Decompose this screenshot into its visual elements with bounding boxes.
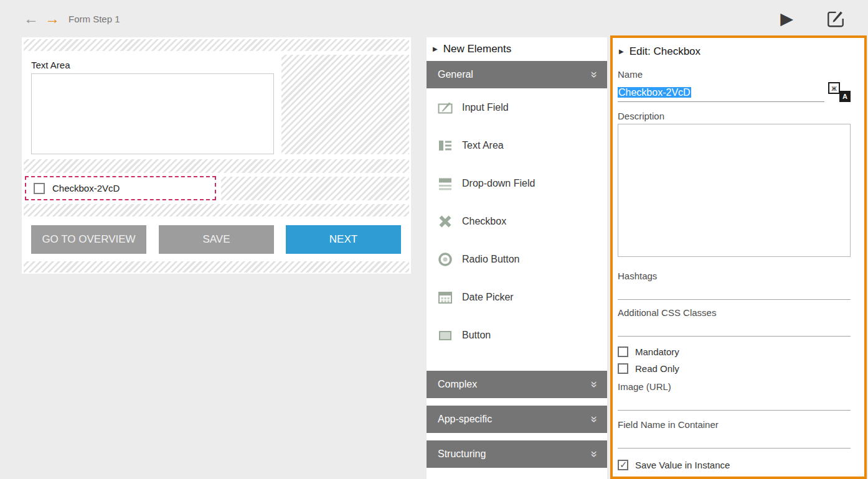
- hashtags-label: Hashtags: [618, 271, 851, 281]
- element-label: Button: [462, 330, 491, 341]
- canvas-textarea[interactable]: [31, 73, 274, 154]
- new-elements-header[interactable]: ▶ New Elements: [427, 37, 607, 61]
- drop-placeholder-hatch: [24, 204, 409, 216]
- chevron-double-icon: »: [588, 416, 602, 423]
- drop-placeholder-hatch: [221, 177, 409, 200]
- collapse-arrow-icon: ▶: [433, 46, 438, 52]
- breadcrumb-title: Form Step 1: [68, 14, 120, 24]
- element-item-date-picker[interactable]: Date Picker: [427, 278, 607, 316]
- image-url-label: Image (URL): [618, 381, 851, 392]
- element-label: Checkbox: [462, 216, 506, 227]
- edit-panel-title: Edit: Checkbox: [630, 45, 701, 58]
- element-list: Input Field Text Area Drop-down Field: [427, 88, 607, 354]
- go-to-overview-button[interactable]: GO TO OVERVIEW: [31, 225, 146, 254]
- element-item-text-area[interactable]: Text Area: [427, 126, 607, 164]
- forward-arrow-icon[interactable]: →: [45, 11, 60, 26]
- canvas-checkbox[interactable]: [34, 183, 45, 194]
- read-only-label: Read Only: [635, 363, 679, 374]
- name-field-row: Checkbox-2VcD ж A: [618, 82, 851, 102]
- checkbox-icon: [436, 213, 454, 230]
- element-item-input-field[interactable]: Input Field: [427, 88, 607, 126]
- section-general[interactable]: General »: [427, 61, 607, 88]
- element-item-button[interactable]: Button: [427, 316, 607, 354]
- element-label: Text Area: [462, 140, 504, 151]
- name-label: Name: [618, 69, 851, 80]
- button-icon: [436, 327, 454, 344]
- drop-placeholder-hatch: [281, 55, 409, 154]
- collapse-arrow-icon: ▶: [619, 49, 624, 55]
- dropdown-field-icon: [436, 175, 454, 192]
- chevron-double-icon: »: [588, 451, 602, 458]
- section-label: General: [438, 69, 473, 80]
- section-label: Complex: [438, 379, 477, 390]
- element-item-dropdown-field[interactable]: Drop-down Field: [427, 164, 607, 202]
- save-button[interactable]: SAVE: [159, 225, 274, 254]
- next-button[interactable]: NEXT: [286, 225, 401, 254]
- chevron-double-icon: »: [588, 381, 602, 388]
- description-label: Description: [618, 111, 851, 121]
- canvas-textarea-label: Text Area: [31, 60, 70, 70]
- field-name-label: Field Name in Container: [618, 419, 851, 430]
- mandatory-checkbox[interactable]: ✓: [618, 346, 628, 357]
- element-item-radio-button[interactable]: Radio Button: [427, 240, 607, 278]
- description-textarea[interactable]: [618, 124, 851, 257]
- element-label: Date Picker: [462, 292, 514, 303]
- element-item-checkbox[interactable]: Checkbox: [427, 202, 607, 240]
- date-picker-icon: [436, 289, 454, 306]
- input-field-icon: [436, 99, 454, 116]
- section-complex[interactable]: Complex »: [427, 371, 607, 398]
- section-label: App-specific: [438, 414, 492, 425]
- canvas-checkbox-label: Checkbox-2VcD: [52, 183, 120, 193]
- edit-panel-header[interactable]: ▶ Edit: Checkbox: [619, 45, 851, 58]
- section-label: Structuring: [438, 449, 486, 460]
- chevron-double-icon: »: [588, 72, 602, 78]
- mandatory-row[interactable]: ✓ Mandatory: [618, 346, 851, 357]
- text-area-icon: [436, 137, 454, 154]
- translate-a: A: [839, 91, 851, 102]
- topbar-actions: ▶: [780, 9, 846, 29]
- read-only-checkbox[interactable]: ✓: [618, 363, 628, 374]
- new-elements-panel: ▶ New Elements General » Input Field: [427, 37, 607, 479]
- edit-checkbox-panel: ▶ Edit: Checkbox Name Checkbox-2VcD ж A …: [610, 35, 867, 479]
- translate-icon[interactable]: ж A: [828, 82, 851, 102]
- preview-play-icon[interactable]: ▶: [780, 11, 793, 27]
- element-label: Radio Button: [462, 254, 520, 265]
- selected-checkbox-element[interactable]: Checkbox-2VcD: [25, 176, 216, 200]
- element-label: Input Field: [462, 102, 509, 113]
- radio-button-icon: [436, 251, 454, 268]
- mandatory-label: Mandatory: [635, 346, 679, 357]
- section-app-specific[interactable]: App-specific »: [427, 406, 607, 433]
- hashtags-input[interactable]: [618, 284, 851, 300]
- drop-placeholder-hatch: [24, 261, 409, 272]
- image-url-input[interactable]: [618, 394, 851, 411]
- field-name-input[interactable]: [618, 432, 851, 449]
- name-input[interactable]: Checkbox-2VcD: [618, 86, 824, 102]
- save-value-checkbox[interactable]: ✓: [618, 460, 628, 470]
- css-classes-input[interactable]: [618, 320, 851, 337]
- read-only-row[interactable]: ✓ Read Only: [618, 363, 851, 374]
- top-bar: ← → Form Step 1 ▶: [0, 0, 868, 37]
- edit-page-icon[interactable]: [826, 9, 846, 29]
- translate-char: ж: [828, 82, 840, 94]
- new-elements-title: New Elements: [443, 43, 512, 55]
- form-canvas: Text Area Checkbox-2VcD GO TO OVERVIEW S…: [22, 37, 411, 274]
- save-value-label: Save Value in Instance: [635, 460, 730, 470]
- css-classes-label: Additional CSS Classes: [618, 307, 851, 318]
- app-root: ← → Form Step 1 ▶ Text Area Checkbox-2Vc…: [0, 0, 868, 479]
- section-structuring[interactable]: Structuring »: [427, 440, 607, 468]
- name-value-selected: Checkbox-2VcD: [618, 87, 691, 98]
- save-value-row[interactable]: ✓ Save Value in Instance: [618, 460, 851, 470]
- back-arrow-icon[interactable]: ←: [24, 11, 39, 26]
- drop-placeholder-hatch: [24, 159, 409, 173]
- element-label: Drop-down Field: [462, 178, 535, 189]
- drop-placeholder-hatch: [24, 39, 409, 51]
